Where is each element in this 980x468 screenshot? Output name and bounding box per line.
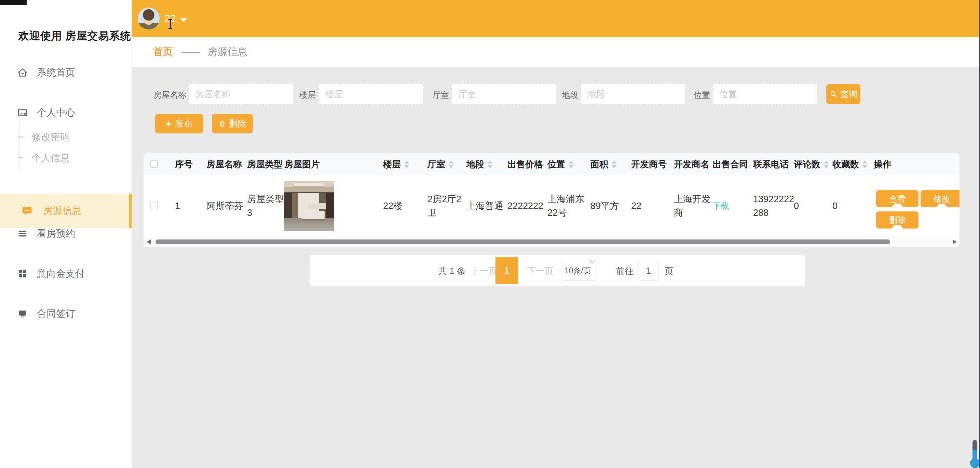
submenu-dash [18,157,23,158]
goto-page-input[interactable] [639,261,659,281]
col-header-phone: 联系电话 [753,153,789,175]
sidebar-item-viewing-appointment[interactable]: 看房预约 [0,223,132,244]
col-header-floor[interactable]: 楼层 [383,153,409,175]
breadcrumb-home-link[interactable]: 首页 [153,45,173,59]
col-header-district[interactable]: 地段 [466,153,492,175]
submenu-dash [18,136,23,137]
sidebar-item-personal-center[interactable]: 个人中心 [0,102,132,123]
select-all-checkbox[interactable] [150,160,158,168]
sort-icon [612,160,616,168]
floor-input[interactable] [318,83,424,105]
col-header-rooms[interactable]: 厅室 [428,153,453,175]
sidebar: 欢迎使用 房屋交易系统 系统首页 个人中心 修改密码 个人信息 房源信息 看房预… [0,0,132,468]
district-input[interactable] [581,83,686,105]
next-page-button[interactable]: 下一页 [527,265,554,277]
house-photo[interactable] [284,181,334,231]
sidebar-item-home[interactable]: 系统首页 [0,62,132,83]
cell-floor: 22楼 [383,176,402,236]
prev-page-button[interactable]: 上一页 [471,265,497,277]
filter-label-rooms: 厅室 [433,89,449,101]
search-icon [829,90,837,98]
edit-button[interactable]: 修改 [921,190,959,207]
publish-button[interactable]: + 发布 [155,114,203,133]
sort-icon [569,160,573,168]
list-icon [17,228,28,239]
cell-developer-name: 上海开发商 [674,176,713,236]
view-button[interactable]: 查看 [876,190,918,207]
page-size-select[interactable]: 10条/页 [561,261,597,281]
col-header-developer-name: 开发商名 [674,153,710,175]
breadcrumb-current: 房源信息 [208,45,247,59]
row-delete-button[interactable]: 删除 [876,211,918,228]
horizontal-scrollbar[interactable] [143,238,959,245]
query-button[interactable]: 查询 [826,84,861,104]
photo-floor [284,218,334,231]
sidebar-item-deposit-payment[interactable]: 意向金支付 [0,263,132,284]
app-title: 欢迎使用 房屋交易系统 [19,29,131,43]
sidebar-item-change-password[interactable]: 修改密码 [32,128,70,147]
sidebar-item-contract-signing[interactable]: 合同签订 [0,303,132,325]
breadcrumb-separator: —— [182,46,199,58]
grid-icon [17,268,28,279]
breadcrumb: 首页 —— 房源信息 [132,37,980,67]
sidebar-item-personal-info[interactable]: 个人信息 [32,149,70,168]
house-name-input[interactable] [188,83,294,105]
printer-icon [17,308,28,319]
sort-icon [449,160,453,168]
col-header-location[interactable]: 位置 [547,153,573,175]
location-input[interactable] [713,83,818,105]
table-row: 1 阿斯蒂芬 房屋类型3 22楼 2房2厅2卫 上海普通 2222222 上海浦… [143,176,959,236]
chat-icon [21,205,33,217]
cell-district: 上海普通 [466,176,503,236]
table-header-row: 序号 房屋名称 房屋类型 房屋图片 楼层 厅室 地段 出售价格 位置 面积 开发… [143,153,959,175]
delete-button[interactable]: 删除 [212,114,253,133]
download-link[interactable]: 下载 [713,199,729,213]
col-header-type: 房屋类型 [247,153,283,175]
cell-phone: 13922222288 [753,176,797,236]
col-header-index: 序号 [175,153,193,175]
vertical-scroll-indicator[interactable] [972,440,977,468]
sort-icon [824,160,829,168]
col-header-comments[interactable]: 评论数 [794,153,829,175]
col-header-price: 出售价格 [508,153,543,175]
plus-icon: + [165,119,172,129]
filter-label-location: 位置 [694,89,710,101]
row-checkbox[interactable] [150,202,158,209]
submenu-guide-line [19,122,20,172]
cell-contract: 下载 [713,176,729,236]
col-header-photo: 房屋图片 [284,153,320,175]
col-header-favorites[interactable]: 收藏数 [832,153,867,175]
col-header-name: 房屋名称 [207,153,242,175]
photo-ceiling-light [294,183,325,187]
sidebar-item-label: 合同签订 [37,307,75,320]
sidebar-subitem-label: 个人信息 [32,152,70,165]
page-number-button[interactable]: 1 [495,257,518,284]
cell-comments: 0 [794,176,799,236]
card-icon [17,107,28,118]
chevron-down-icon[interactable] [180,18,187,22]
screen-artifact [0,0,27,5]
filter-label-house-name: 房屋名称 [153,89,186,101]
cell-rooms: 2房2厅2卫 [428,176,466,236]
cell-price: 2222222 [508,176,552,236]
pagination-total: 共 1 条 [438,265,466,277]
horizontal-scrollbar-thumb[interactable] [156,240,890,244]
scroll-right-arrow-icon[interactable] [953,240,957,244]
housing-table: 序号 房屋名称 房屋类型 房屋图片 楼层 厅室 地段 出售价格 位置 面积 开发… [143,153,959,247]
home-icon [17,67,28,78]
rooms-input[interactable] [452,83,557,105]
col-header-area[interactable]: 面积 [590,153,616,175]
col-header-developer-no: 开发商号 [631,153,667,175]
vertical-scroll-knob[interactable] [970,458,980,468]
sort-icon [404,160,409,168]
filter-label-district: 地段 [562,89,578,101]
filter-label-floor: 楼层 [299,89,316,101]
user-avatar[interactable] [138,8,159,29]
scroll-left-arrow-icon[interactable] [146,240,151,244]
sort-icon [862,160,867,168]
pagination-bar: 共 1 条 上一页 1 下一页 10条/页 前往 页 [310,255,805,286]
col-header-contract: 出售合同 [713,153,748,175]
sidebar-item-label: 房源信息 [43,204,81,217]
cell-area: 89平方 [590,176,619,236]
top-header-bar: 22 [132,0,980,37]
